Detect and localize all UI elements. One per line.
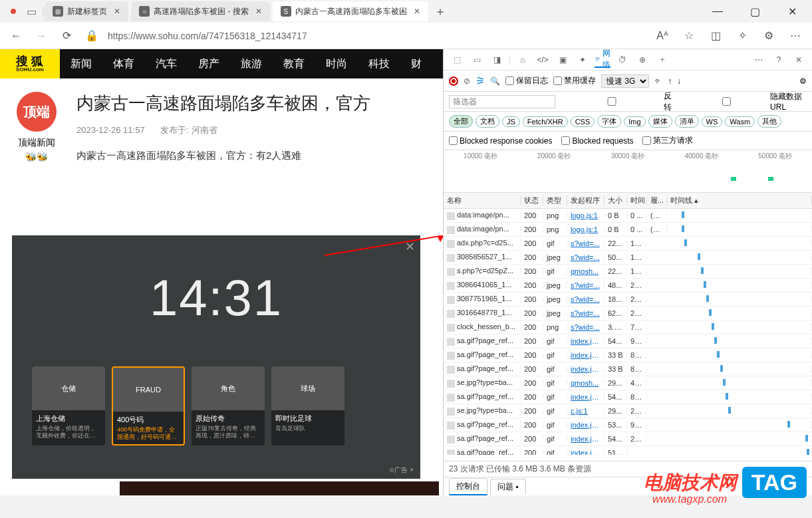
article-video-frame[interactable] — [120, 481, 439, 495]
ad-card[interactable]: 仓储上海仓储上海仓储，价格透明，无额外收费，你还在… — [32, 366, 105, 446]
network-row[interactable]: clock_hessen_b... 200 png s?wid=... 3.4.… — [444, 321, 812, 334]
site-lock-icon[interactable]: 🔒 — [82, 27, 101, 45]
network-row[interactable]: se.jpg?type=ba... 200 gif qmosh... 29...… — [444, 376, 812, 390]
record-button[interactable] — [449, 76, 458, 86]
network-tab[interactable]: ᯤ 网络 — [595, 52, 610, 68]
cell-initiator[interactable]: s?wid=... — [567, 253, 605, 261]
network-row[interactable]: data:image/pn... 200 png logo.js:1 0 B 0… — [444, 209, 812, 223]
device-icon[interactable]: ▭ — [469, 52, 485, 68]
elements-tab-icon[interactable]: </> — [535, 52, 551, 68]
search-icon[interactable]: 🔍 — [490, 76, 500, 86]
upload-icon[interactable]: ↑ — [668, 76, 672, 86]
cell-initiator[interactable]: logo.js:1 — [567, 211, 605, 219]
network-row[interactable]: s.php?c=d25pZ... 200 gif qmosh... 22... … — [444, 265, 812, 279]
cell-initiator[interactable]: index.js:1 — [567, 435, 605, 443]
tab-close-button[interactable]: ✕ — [114, 7, 120, 16]
window-minimize-button[interactable]: — — [703, 1, 732, 21]
filter-toggle-icon[interactable]: ⚞ — [475, 74, 485, 87]
cell-initiator[interactable]: index.js:1 — [567, 393, 605, 401]
filter-type-字体[interactable]: 字体 — [597, 115, 621, 128]
filter-type-全部[interactable]: 全部 — [449, 115, 473, 128]
cell-initiator[interactable]: s?wid=... — [567, 309, 605, 317]
cell-initiator[interactable]: index.js:1 — [567, 365, 605, 373]
devtools-close-button[interactable]: ✕ — [791, 52, 807, 68]
cell-initiator[interactable]: index.js:1 — [567, 421, 605, 429]
devtools-help-icon[interactable]: ? — [771, 52, 787, 68]
cell-initiator[interactable]: index.js:1 — [567, 337, 605, 345]
throttle-select[interactable]: 慢速 3G — [601, 74, 649, 88]
network-row[interactable]: sa.gif?page_ref... 200 gif index.js:1 54… — [444, 432, 812, 446]
ad-card[interactable]: 球场即时比足球青岛足球队 — [271, 366, 344, 446]
network-row[interactable]: 3087751965_1... 200 jpeg s?wid=... 18...… — [444, 293, 812, 307]
settings-icon[interactable]: ⚙ — [799, 76, 807, 86]
cell-initiator[interactable]: s?wid=... — [567, 239, 605, 247]
performance-tab-icon[interactable]: ⏱ — [614, 52, 630, 68]
filter-input[interactable] — [449, 95, 555, 108]
network-row[interactable]: sa.gif?page_ref... 200 gif index.js:1 33… — [444, 348, 812, 362]
network-row[interactable]: data:image/pn... 200 png logo.js:1 0 B 0… — [444, 223, 812, 237]
console-drawer-tab[interactable]: 控制台 — [449, 478, 487, 495]
cell-initiator[interactable]: qmosh... — [567, 379, 605, 387]
cell-initiator[interactable]: index.js:1 — [567, 351, 605, 359]
filter-type-Wasm[interactable]: Wasm — [725, 116, 755, 127]
sohu-nav-item[interactable]: 时尚 — [315, 49, 358, 78]
new-tab-button[interactable]: ＋ — [431, 2, 450, 21]
filter-type-Fetch/XHR[interactable]: Fetch/XHR — [523, 116, 568, 127]
overlay-close-button[interactable]: ✕ — [405, 239, 415, 254]
console-tab-icon[interactable]: ▣ — [555, 52, 571, 68]
extension-icon[interactable]: ⚙ — [759, 26, 779, 46]
sohu-nav-item[interactable]: 房产 — [188, 49, 230, 78]
favorite-icon[interactable]: ☆ — [679, 26, 699, 46]
network-row[interactable]: sa.gif?page_ref... 200 gif index.js:1 51… — [444, 446, 812, 455]
clear-button[interactable]: ⊘ — [464, 76, 470, 86]
nav-back-button[interactable]: ← — [7, 27, 25, 45]
url-text[interactable]: https://www.sohu.com/a/747156318_1214347… — [108, 31, 646, 41]
more-icon[interactable]: ⋯ — [785, 26, 805, 46]
col-status[interactable]: 状态 — [521, 195, 543, 205]
network-row[interactable]: sa.gif?page_ref... 200 gif index.js:1 33… — [444, 362, 812, 376]
cell-initiator[interactable]: s?wid=... — [567, 323, 605, 331]
more-tabs-button[interactable]: ＋ — [654, 52, 670, 68]
window-close-button[interactable]: ✕ — [777, 1, 807, 21]
cell-initiator[interactable]: index.js:1 — [567, 449, 605, 455]
cell-initiator[interactable]: s?wid=... — [567, 295, 605, 303]
col-waterfall[interactable]: 时间线 ▴ — [667, 195, 812, 205]
invert-checkbox[interactable]: 反转 — [562, 90, 678, 113]
blocked-cookies-checkbox[interactable]: Blocked response cookies — [449, 136, 552, 146]
filter-type-其他[interactable]: 其他 — [757, 115, 781, 128]
filter-type-CSS[interactable]: CSS — [571, 116, 595, 127]
browser-tab[interactable]: ⊞新建标签页✕ — [45, 1, 128, 21]
network-row[interactable]: sa.gif?page_ref... 200 gif index.js:1 53… — [444, 418, 812, 432]
network-row[interactable]: 3085856527_1... 200 jpeg s?wid=... 50...… — [444, 251, 812, 265]
cell-initiator[interactable]: logo.js:1 — [567, 225, 605, 233]
filter-type-清单[interactable]: 清单 — [675, 115, 699, 128]
network-row[interactable]: sa.gif?page_ref... 200 gif index.js:1 54… — [444, 390, 812, 404]
reader-mode-icon[interactable]: Aᴬ — [652, 26, 672, 46]
filter-type-Img[interactable]: Img — [624, 116, 645, 127]
tab-overview-icon[interactable]: ▭ — [27, 5, 37, 18]
network-row[interactable]: 3086641065_1... 200 jpeg s?wid=... 48...… — [444, 279, 812, 293]
inspect-icon[interactable]: ⬚ — [449, 52, 465, 68]
sohu-nav-item[interactable]: 体育 — [102, 49, 145, 78]
browser-tab[interactable]: ○高速路塌陷多车被困 - 搜索✕ — [131, 1, 270, 21]
devtools-more-icon[interactable]: ⋯ — [751, 52, 767, 68]
filter-type-文档[interactable]: 文档 — [475, 115, 499, 128]
ad-label[interactable]: ⊙广告 × — [389, 465, 414, 475]
network-timeline[interactable]: 10000 毫秒20000 毫秒30000 毫秒40000 毫秒50000 毫秒 — [444, 150, 812, 193]
nav-refresh-button[interactable]: ⟳ — [57, 27, 76, 45]
sohu-nav-item[interactable]: 教育 — [273, 49, 315, 78]
col-fill[interactable]: 履... — [647, 195, 667, 205]
source-name[interactable]: 顶端新闻 — [10, 137, 63, 149]
browser-tab[interactable]: S内蒙古一高速路面塌陷多车被困✕ — [273, 1, 428, 21]
cell-initiator[interactable]: s?wid=... — [567, 281, 605, 289]
network-row[interactable]: 3016648778_1... 200 jpeg s?wid=... 62...… — [444, 307, 812, 321]
collections-icon[interactable]: ✧ — [732, 26, 752, 46]
window-maximize-button[interactable]: ▢ — [740, 1, 769, 21]
disable-cache-checkbox[interactable]: 禁用缓存 — [553, 75, 596, 86]
col-time[interactable]: 时间 — [627, 195, 647, 205]
sohu-logo[interactable]: 搜 狐 SOHU.com — [0, 49, 60, 78]
sohu-nav-item[interactable]: 新闻 — [60, 49, 102, 78]
filter-type-JS[interactable]: JS — [502, 116, 520, 127]
source-avatar[interactable]: 顶端 — [17, 92, 57, 132]
tab-close-button[interactable]: ✕ — [414, 7, 420, 16]
